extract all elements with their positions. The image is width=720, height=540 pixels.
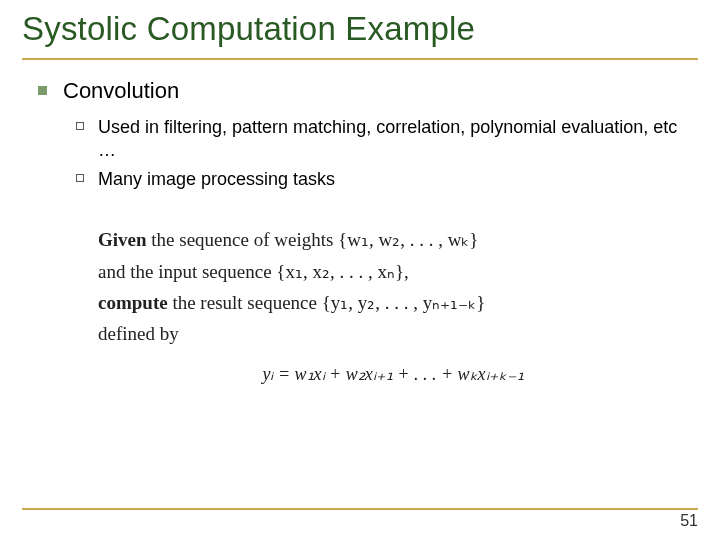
level2-text: Many image processing tasks (98, 168, 335, 191)
footer: 51 (22, 508, 698, 530)
math-bold: Given (98, 229, 147, 250)
square-bullet-icon (38, 86, 47, 95)
page-number: 51 (22, 512, 698, 530)
math-definition: Given the sequence of weights {w₁, w₂, .… (38, 225, 688, 389)
math-equation: yᵢ = w₁xᵢ + w₂xᵢ₊₁ + . . . + wₖxᵢ₊ₖ₋₁ (98, 361, 688, 389)
math-text: the result sequence {y₁, y₂, . . . , yₙ₊… (168, 292, 486, 313)
math-text: and the input sequence {x₁, x₂, . . . , … (98, 257, 688, 286)
list-item: Many image processing tasks (76, 168, 688, 191)
level1-text: Convolution (63, 78, 179, 104)
level2-text: Used in filtering, pattern matching, cor… (98, 116, 688, 162)
footer-divider (22, 508, 698, 510)
list-item: Convolution (38, 78, 688, 104)
hollow-square-bullet-icon (76, 174, 84, 182)
slide-title: Systolic Computation Example (22, 10, 698, 56)
hollow-square-bullet-icon (76, 122, 84, 130)
math-text: defined by (98, 319, 688, 348)
list-item: Used in filtering, pattern matching, cor… (76, 116, 688, 162)
math-bold: compute (98, 292, 168, 313)
content-area: Convolution Used in filtering, pattern m… (22, 60, 698, 389)
math-text: the sequence of weights {w₁, w₂, . . . ,… (147, 229, 479, 250)
